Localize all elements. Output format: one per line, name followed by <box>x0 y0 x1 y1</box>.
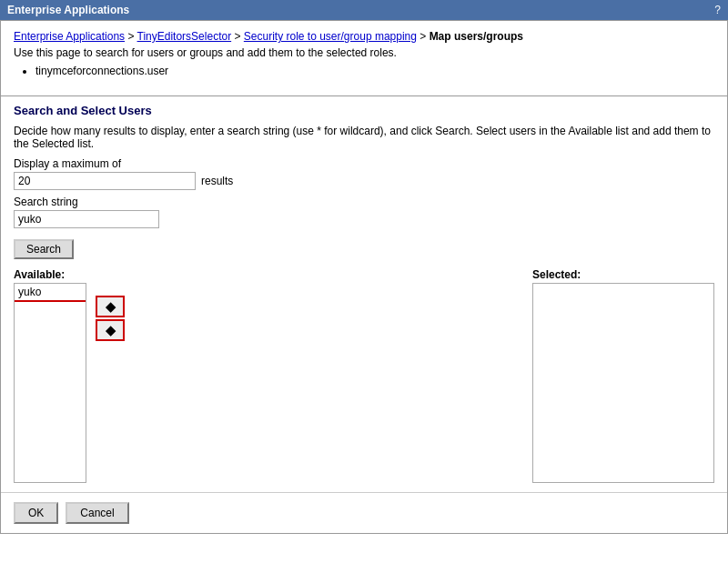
ok-button[interactable]: OK <box>14 502 58 524</box>
available-list-container: Available: yuko <box>14 268 86 483</box>
breadcrumb-sep3: > <box>420 30 429 43</box>
display-max-label: Display a maximum of <box>14 157 714 170</box>
move-right-button[interactable]: ◆ <box>96 296 125 317</box>
available-label: Available: <box>14 268 86 281</box>
search-string-input[interactable] <box>14 210 159 228</box>
selected-list-box[interactable] <box>532 283 714 483</box>
title-bar: Enterprise Applications ? <box>0 0 728 20</box>
results-label: results <box>201 175 233 187</box>
selected-label: Selected: <box>532 268 714 281</box>
bullet-list: tinymceforconnections.user <box>35 65 714 77</box>
search-button[interactable]: Search <box>14 239 74 259</box>
bullet-item: tinymceforconnections.user <box>35 65 714 77</box>
search-description: Decide how many results to display, ente… <box>14 125 714 150</box>
bottom-buttons: OK Cancel <box>1 492 727 533</box>
breadcrumb-sep1: > <box>127 30 136 43</box>
search-string-group: Search string <box>14 196 714 228</box>
available-item-yuko[interactable]: yuko <box>15 284 86 300</box>
cancel-button[interactable]: Cancel <box>66 502 128 524</box>
move-left-button[interactable]: ◆ <box>96 319 125 341</box>
section-title: Search and Select Users <box>1 104 727 117</box>
breadcrumb-security-role[interactable]: Security role to user/group mapping <box>244 30 417 43</box>
display-max-row: results <box>14 172 714 190</box>
breadcrumb: Enterprise Applications > TinyEditorsSel… <box>14 30 714 43</box>
section-divider <box>1 96 727 96</box>
main-container: Enterprise Applications > TinyEditorsSel… <box>0 20 728 534</box>
selected-list-container: Selected: <box>532 268 714 483</box>
available-list-box[interactable]: yuko <box>14 283 86 483</box>
search-string-label: Search string <box>14 196 714 208</box>
breadcrumb-enterprise-applications[interactable]: Enterprise Applications <box>14 30 125 43</box>
breadcrumb-current: Map users/groups <box>430 30 523 43</box>
display-max-input[interactable] <box>14 172 196 190</box>
breadcrumb-area: Enterprise Applications > TinyEditorsSel… <box>1 21 727 88</box>
help-icon[interactable]: ? <box>714 4 721 16</box>
title-bar-title: Enterprise Applications <box>7 4 129 16</box>
display-max-group: Display a maximum of results <box>14 157 714 190</box>
breadcrumb-sep2: > <box>234 30 243 43</box>
search-area: Decide how many results to display, ente… <box>1 121 727 268</box>
breadcrumb-tiny-editors-selector[interactable]: TinyEditorsSelector <box>137 30 232 43</box>
arrows-container: ◆ ◆ <box>96 296 125 341</box>
page-description: Use this page to search for users or gro… <box>14 46 714 59</box>
lists-area: Available: yuko ◆ ◆ Selected: <box>1 268 727 492</box>
